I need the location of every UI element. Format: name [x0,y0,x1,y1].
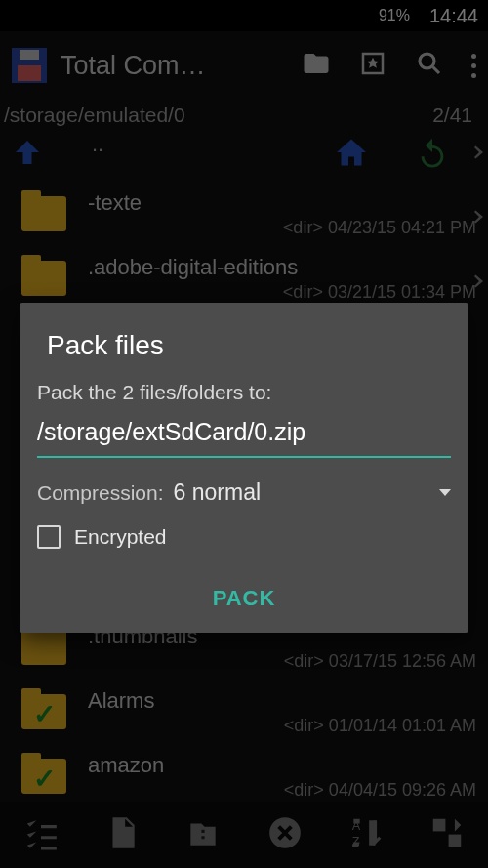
file-meta: <dir> 04/04/15 09:26 AM [88,780,476,801]
list-item[interactable]: .adobe-digital-editions <dir> 03/21/15 0… [0,246,488,310]
up-icon[interactable] [10,135,45,174]
svg-rect-4 [433,819,446,832]
new-file-icon[interactable] [103,814,141,855]
svg-text:A: A [352,819,361,833]
app-bar: Total Com… [0,31,488,100]
sort-icon[interactable]: AZ [347,814,385,855]
home-icon[interactable] [334,135,369,174]
file-meta: <dir> 03/17/15 12:56 AM [88,651,476,672]
selection-count: 2/41 [432,103,472,127]
folder-icon [21,261,66,296]
panel-swap-icon[interactable] [459,269,488,297]
app-title: Total Com… [61,51,302,81]
folder-icon [21,630,66,665]
encrypted-label: Encrypted [74,525,167,549]
list-item[interactable]: amazon <dir> 04/04/15 09:26 AM [0,744,488,808]
clock: 14:44 [429,5,478,27]
destination-input[interactable] [37,414,451,458]
file-meta: <dir> 03/21/15 01:34 PM [88,282,476,303]
bottom-toolbar: AZ [0,802,488,868]
folder-icon[interactable] [302,49,331,82]
file-meta: <dir> 04/23/15 04:21 PM [88,218,476,238]
path-bar: /storage/emulated/0 2/41 [0,100,488,127]
list-item[interactable]: Alarms <dir> 01/01/14 01:01 AM [0,680,488,744]
reload-icon[interactable] [416,136,449,173]
encrypted-checkbox[interactable] [37,525,61,549]
archive-icon[interactable] [184,814,222,855]
svg-text:Z: Z [352,835,360,848]
dialog-title: Pack files [20,303,468,381]
list-item[interactable]: -texte <dir> 04/23/15 04:21 PM [0,182,488,246]
status-bar: 91% 14:44 [0,0,488,31]
file-list: -texte <dir> 04/23/15 04:21 PM .adobe-di… [0,182,488,310]
compression-select[interactable]: 6 normal [174,479,451,506]
overflow-menu-icon[interactable] [471,54,476,78]
bookmark-icon[interactable] [358,49,387,82]
copy-move-icon[interactable] [428,814,466,855]
select-icon[interactable] [22,814,60,855]
folder-icon [21,196,66,231]
panel-swap-icon[interactable] [459,205,488,232]
nav-row: .. [0,127,488,182]
delete-icon[interactable] [266,814,304,855]
svg-point-0 [420,54,434,68]
current-path: /storage/emulated/0 [4,103,185,127]
file-meta: <dir> 01/01/14 01:01 AM [88,716,476,736]
battery-percent: 91% [379,7,410,24]
app-icon [12,48,47,83]
svg-rect-5 [449,835,462,847]
parent-dir[interactable]: .. [92,132,103,157]
pack-dialog: Pack files Pack the 2 files/folders to: … [20,303,468,633]
pack-button[interactable]: PACK [213,586,276,611]
folder-icon [21,759,66,794]
folder-icon [21,694,66,729]
dialog-prompt: Pack the 2 files/folders to: [37,381,451,404]
file-name: -texte [88,190,476,216]
file-name: Alarms [88,688,476,714]
file-name: .adobe-digital-editions [88,255,476,280]
panel-swap-icon[interactable] [459,141,488,168]
file-name: amazon [88,753,476,778]
compression-label: Compression: [37,481,164,505]
search-icon[interactable] [415,49,444,82]
